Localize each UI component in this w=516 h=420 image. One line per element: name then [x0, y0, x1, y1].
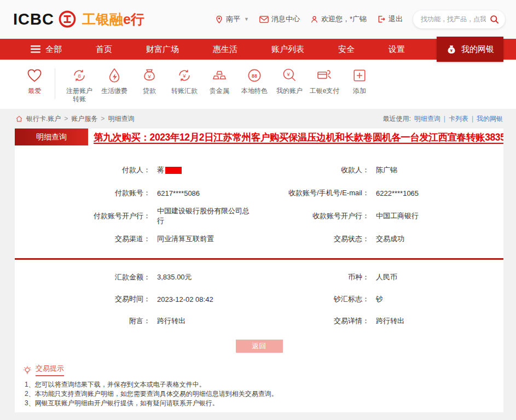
transfer-yuan-icon: ¥: [176, 67, 193, 84]
breadcrumb-item-cards[interactable]: 银行卡.账户: [26, 114, 61, 124]
redaction-overlay: [165, 167, 182, 174]
user-icon: [310, 15, 318, 24]
search-box: [413, 10, 505, 28]
toolbar-item-favorites[interactable]: 最爱: [19, 67, 50, 95]
tips-title: 交易提示: [36, 364, 64, 376]
gold-bars-icon: [211, 67, 228, 84]
tip-line-1: 1、您可以将查询结果下载，并保存到文本或电子表格文件中。: [25, 380, 492, 389]
announcement-text: 第九次购买：2023年12月2日江苏常州客户购买保温压边机和长款卷圆机各一台发江…: [94, 131, 503, 144]
field-value-payee-bank: 中国工商银行: [369, 205, 503, 228]
field-value-time: 2023-12-02 08:42: [150, 288, 256, 310]
recent-link-card-list[interactable]: 卡列表: [449, 114, 468, 124]
location-label: 南平: [226, 14, 240, 24]
toolbar-item-loan[interactable]: ¥ 贷款: [132, 67, 167, 95]
icbc-logo[interactable]: ICBC 工银融e行: [13, 10, 144, 28]
toolbar-item-living-payment[interactable]: 生活缴费: [97, 67, 132, 95]
toolbar-item-register-account-transfer[interactable]: 8 注册账户 转账: [62, 67, 97, 103]
field-value-currency: 人民币: [369, 266, 503, 288]
nav-item-home[interactable]: 首页: [96, 44, 112, 55]
field-label-memo: 附言：: [15, 310, 150, 332]
field-label-payer-bank: 付款账号开户行：: [15, 205, 150, 228]
search-icon[interactable]: [489, 14, 500, 25]
location-selector[interactable]: 南平 ▼: [215, 14, 249, 24]
toolbar-item-icbc-epay[interactable]: 工银e支付: [307, 67, 342, 95]
field-value-cash-flag: 钞: [369, 288, 503, 310]
back-button[interactable]: 返回: [236, 340, 283, 353]
field-value-memo: 跨行转出: [150, 310, 256, 332]
field-label-payee-account: 收款账号/手机号/E-mail：: [256, 182, 369, 205]
section-divider: [15, 258, 503, 260]
main-nav: 全部 首页 财富广场 惠生活 账户列表 安全 设置 ¥ 我的网银: [0, 39, 516, 60]
plus-box-icon: [351, 67, 368, 84]
toolbar-item-transfer-remit[interactable]: ¥ 转账汇款: [167, 67, 202, 95]
svg-text:¥: ¥: [450, 48, 453, 53]
field-label-amount: 汇款金额：: [15, 266, 150, 288]
moneybag-loan-icon: ¥: [141, 67, 158, 84]
welcome-label: 欢迎您，*广锦: [321, 14, 367, 24]
svg-text:¥: ¥: [147, 73, 151, 79]
icbc-emblem-icon: [58, 10, 77, 28]
recent-link-my-ebank[interactable]: 我的网银: [477, 114, 503, 124]
svg-text:¥: ¥: [182, 73, 186, 79]
field-value-payer: 蒋: [150, 159, 256, 182]
transaction-tips: 交易提示 1、您可以将查询结果下载，并保存到文本或电子表格文件中。 2、本功能只…: [22, 364, 492, 408]
breadcrumb-item-account-service[interactable]: 账户服务: [71, 114, 97, 124]
tab-my-ebank[interactable]: ¥ 我的网银: [437, 37, 503, 62]
field-label-status: 交易状态：: [256, 228, 369, 250]
field-value-status: 交易成功: [369, 228, 503, 250]
toolbar-item-local-feature[interactable]: 88 本地特色: [237, 67, 272, 95]
field-label-currency: 币种：: [256, 266, 369, 288]
field-label-payee: 收款人：: [256, 159, 369, 182]
top-header: ICBC 工银融e行 南平 ▼ 消息中心: [0, 0, 516, 39]
heart-icon: [26, 67, 43, 84]
nav-item-all[interactable]: 全部: [31, 44, 62, 55]
field-label-channel: 交易渠道：: [15, 228, 150, 250]
droplet-bolt-icon: [106, 67, 123, 84]
logout-button[interactable]: 退出: [377, 14, 403, 24]
icbc-logo-cn: 工银融e行: [82, 10, 144, 28]
banner-row: 明细查询 第九次购买：2023年12月2日江苏常州客户购买保温压边机和长款卷圆机…: [15, 129, 503, 145]
svg-text:88: 88: [252, 73, 257, 79]
logout-label: 退出: [389, 14, 403, 24]
field-value-amount: 3,835.00元: [150, 266, 256, 288]
toolbar-item-precious-metal[interactable]: 贵金属: [202, 67, 237, 95]
tab-detail-query[interactable]: 明细查询: [15, 129, 88, 145]
recent-link-detail-query[interactable]: 明细查询: [414, 114, 440, 124]
field-label-cash-flag: 钞汇标志：: [256, 288, 369, 310]
icbc-logo-latin: ICBC: [13, 10, 54, 28]
home-icon[interactable]: [15, 115, 23, 122]
my-ebank-label: 我的网银: [461, 44, 494, 55]
register-transfer-icon: 8: [71, 67, 88, 84]
nav-item-wealth[interactable]: 财富广场: [146, 44, 179, 55]
transaction-details-section2: 汇款金额： 3,835.00元 币种： 人民币 交易时间： 2023-12-02…: [15, 266, 503, 332]
field-label-payee-bank: 收款账号开户行：: [256, 205, 369, 228]
field-value-payee: 陈广锦: [369, 159, 503, 182]
field-label-time: 交易时间：: [15, 288, 150, 310]
quick-access-toolbar: 最爱 8 注册账户 转账 生活缴费 ¥ 贷款: [0, 60, 516, 109]
nav-item-security[interactable]: 安全: [338, 44, 355, 55]
chevron-down-icon: ▼: [244, 16, 249, 22]
field-label-payer-account: 付款账号：: [15, 182, 150, 205]
toolbar-item-add[interactable]: 添加: [342, 67, 377, 95]
tip-line-3: 3、网银互联账户明细由开户银行提供，如有疑问请联系开户银行。: [25, 399, 492, 408]
breadcrumb-item-detail-query[interactable]: 明细查询: [108, 114, 134, 124]
field-value-payer-bank: 中国建设银行股份有限公司总行: [150, 205, 256, 228]
breadcrumb: 银行卡.账户 > 账户服务 > 明细查询: [15, 114, 134, 124]
field-value-payee-account: 6222****1065: [369, 182, 503, 205]
toolbar-item-my-account[interactable]: ¥ 我的账户: [272, 67, 307, 95]
nav-item-settings[interactable]: 设置: [389, 44, 405, 55]
nav-item-accounts[interactable]: 账户列表: [271, 44, 304, 55]
transaction-details-section1: 付款人： 蒋 收款人： 陈广锦 付款账号： 6217****5086 收款账号/…: [15, 159, 503, 250]
bulb-icon: [22, 365, 32, 375]
hamburger-icon: [31, 45, 40, 53]
circle-88-icon: 88: [246, 67, 263, 84]
tip-line-2: 2、本功能只支持查询账户明细，如您需要查询具体交易的明细信息请到相关交易查询。: [25, 389, 492, 399]
svg-text:8: 8: [78, 73, 80, 79]
envelope-icon: [259, 16, 269, 23]
search-input[interactable]: [421, 15, 486, 23]
message-center-link[interactable]: 消息中心: [259, 14, 300, 24]
message-center-label: 消息中心: [271, 14, 300, 24]
field-label-detail: 交易详情：: [256, 310, 369, 332]
nav-item-life[interactable]: 惠生活: [213, 44, 237, 55]
user-welcome[interactable]: 欢迎您，*广锦: [310, 14, 367, 24]
